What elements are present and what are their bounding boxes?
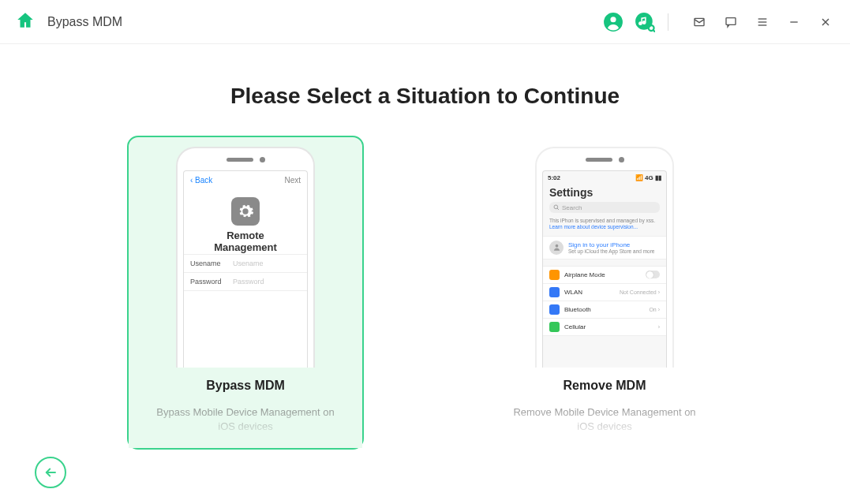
avatar-icon [549,241,564,255]
minimize-icon[interactable] [784,12,804,32]
svg-point-13 [554,205,558,209]
gear-icon [231,197,260,226]
nav-next-label: Next [284,176,301,185]
svg-point-15 [555,245,558,248]
svg-line-4 [653,30,655,32]
heading: Please Select a Situation to Continue [230,84,620,109]
music-search-icon[interactable] [635,12,655,32]
card-desc: Bypass Mobile Device Management on iOS d… [129,405,362,434]
status-row: 5:02 📶 4G ▮▮ [543,171,666,181]
setting-cell: Cellular› [543,318,666,336]
topbar: Bypass MDM [0,0,850,44]
remote-mgmt-title: RemoteManagement [184,230,307,254]
phone-mockup-bypass: ‹ Back Next RemoteManagement Usename Use… [176,147,315,368]
card-remove-mdm[interactable]: 5:02 📶 4G ▮▮ Settings Search This iPhon … [486,136,723,450]
card-title: Bypass MDM [206,379,285,393]
page-title: Bypass MDM [47,15,122,29]
settings-header: Settings [543,181,666,200]
home-icon[interactable] [14,10,36,34]
feedback-icon[interactable] [721,12,741,32]
menu-icon[interactable] [752,12,773,32]
user-icon[interactable] [603,12,623,32]
card-title: Remove MDM [564,379,646,393]
svg-rect-6 [726,17,736,24]
svg-point-1 [610,17,616,22]
username-field: Usename Usename [184,254,307,272]
setting-airplane: Airplane Mode [543,266,666,283]
setting-bt: BluetoothOn › [543,301,666,318]
separator [668,13,668,31]
close-icon[interactable] [815,12,836,32]
toggle-icon [646,271,660,278]
svg-point-3 [649,25,654,31]
password-field: Password Password [184,272,307,291]
mail-icon[interactable] [689,12,710,32]
supervision-note: This iPhon is supervised and managed by … [543,216,666,236]
card-desc: Remove Mobile Device Management on iOS d… [488,405,721,434]
settings-search: Search [549,202,660,213]
signin-row: Sign in to your iPhone Set up iCloud the… [543,236,666,259]
phone-mockup-remove: 5:02 📶 4G ▮▮ Settings Search This iPhon … [535,147,674,368]
nav-back-label: ‹ Back [190,176,212,185]
cards-row: ‹ Back Next RemoteManagement Usename Use… [127,136,723,450]
card-bypass-mdm[interactable]: ‹ Back Next RemoteManagement Usename Use… [127,136,364,450]
back-button[interactable] [35,457,66,488]
svg-line-14 [557,208,559,210]
main-content: Please Select a Situation to Continue ‹ … [0,44,850,450]
setting-wlan: WLANNot Connected › [543,283,666,301]
